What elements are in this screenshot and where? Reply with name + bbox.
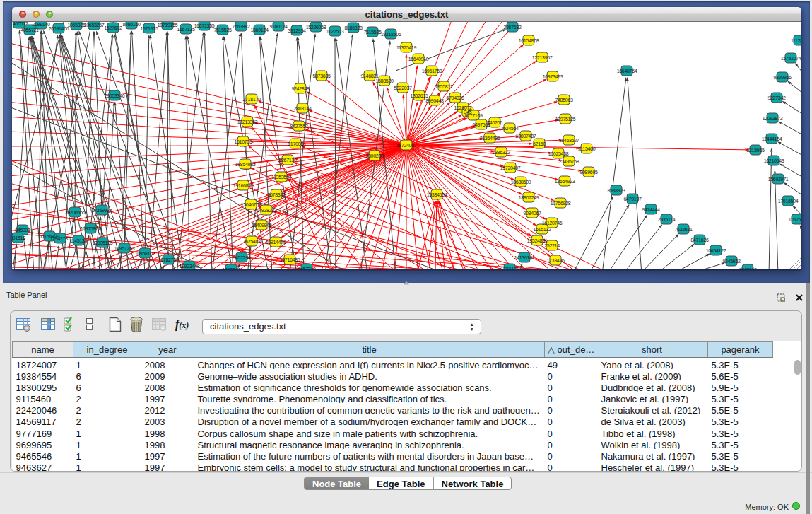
svg-text:2935114: 2935114 (658, 217, 676, 222)
svg-text:16782759: 16782759 (158, 257, 179, 262)
svg-text:5873685: 5873685 (312, 74, 331, 78)
svg-text:7515525: 7515525 (213, 28, 232, 33)
svg-text:8186328: 8186328 (344, 25, 363, 30)
svg-text:62160: 62160 (533, 141, 546, 146)
svg-text:15409948: 15409948 (252, 223, 272, 228)
svg-text:391513: 391513 (12, 235, 25, 240)
svg-text:16154808: 16154808 (519, 38, 539, 43)
svg-text:252214: 252214 (544, 243, 560, 248)
svg-text:17016504: 17016504 (778, 199, 799, 204)
svg-text:7625402: 7625402 (242, 239, 261, 244)
svg-text:14136141: 14136141 (514, 255, 535, 260)
svg-text:20206556: 20206556 (65, 210, 86, 215)
svg-text:1127503: 1127503 (326, 29, 344, 34)
svg-text:4055721: 4055721 (20, 28, 39, 33)
svg-text:16914479: 16914479 (266, 240, 286, 245)
svg-text:8215955: 8215955 (746, 148, 765, 153)
svg-text:12444154: 12444154 (762, 136, 782, 141)
svg-text:6479197: 6479197 (623, 197, 642, 201)
svg-text:7663882: 7663882 (232, 24, 250, 29)
svg-text:15751074: 15751074 (781, 56, 801, 61)
svg-text:2718170: 2718170 (242, 97, 261, 102)
svg-text:12654923: 12654923 (555, 179, 575, 184)
svg-text:1145139: 1145139 (70, 238, 88, 243)
svg-text:10688609: 10688609 (511, 180, 531, 185)
svg-text:10973493: 10973493 (543, 74, 563, 79)
svg-text:15226058: 15226058 (306, 25, 326, 30)
svg-text:17957253: 17957253 (114, 246, 135, 251)
svg-text:1615132: 1615132 (533, 227, 551, 232)
svg-text:1167534: 1167534 (789, 217, 801, 222)
svg-text:10756928: 10756928 (551, 201, 571, 206)
svg-text:7515525: 7515525 (363, 30, 382, 35)
svg-text:817006: 817006 (288, 141, 303, 146)
svg-text:5322037: 5322037 (394, 86, 412, 90)
svg-text:7632621: 7632621 (674, 227, 693, 232)
svg-text:20091406: 20091406 (49, 26, 69, 31)
svg-text:12905135: 12905135 (93, 240, 113, 245)
svg-text:1071915: 1071915 (140, 26, 158, 31)
svg-text:10958107: 10958107 (135, 251, 155, 256)
svg-text:19854985: 19854985 (235, 162, 256, 167)
svg-text:2987682: 2987682 (503, 25, 522, 30)
svg-text:10975867: 10975867 (81, 226, 101, 231)
svg-text:9457291: 9457291 (233, 255, 251, 260)
svg-text:12213967: 12213967 (532, 55, 553, 60)
svg-text:18463627: 18463627 (559, 138, 579, 143)
svg-text:6794028: 6794028 (446, 95, 464, 100)
svg-text:1362615: 1362615 (410, 93, 428, 98)
svg-text:16961758: 16961758 (422, 69, 442, 74)
svg-text:9160124: 9160124 (269, 24, 288, 29)
svg-text:7955812: 7955812 (435, 84, 453, 89)
svg-text:12093873: 12093873 (763, 116, 783, 121)
svg-text:16648764: 16648764 (617, 69, 637, 74)
svg-text:1405572: 1405572 (12, 22, 28, 26)
svg-text:29053346: 29053346 (105, 93, 125, 98)
svg-text:10654122: 10654122 (706, 248, 726, 253)
svg-text:15716485: 15716485 (280, 257, 300, 262)
svg-text:3267130: 3267130 (278, 158, 297, 163)
svg-text:12213352: 12213352 (237, 119, 258, 124)
svg-text:15692971: 15692971 (768, 177, 789, 182)
svg-text:746266: 746266 (487, 120, 502, 125)
svg-text:7386322: 7386322 (492, 150, 510, 155)
svg-text:2099140: 2099140 (32, 22, 50, 27)
svg-text:18724007: 18724007 (396, 143, 417, 148)
svg-text:9084067: 9084067 (523, 211, 541, 216)
svg-text:1733426: 1733426 (546, 258, 565, 263)
svg-text:15046758: 15046758 (241, 202, 261, 207)
svg-text:3678342: 3678342 (267, 192, 286, 197)
svg-text:17359934: 17359934 (92, 208, 112, 213)
svg-text:1860124: 1860124 (250, 28, 269, 33)
svg-text:1588520: 1588520 (375, 78, 394, 83)
svg-text:8990448: 8990448 (425, 98, 444, 103)
svg-text:1065326: 1065326 (67, 23, 86, 28)
svg-text:1733426: 1733426 (500, 267, 519, 270)
svg-text:12975125: 12975125 (555, 117, 576, 122)
svg-text:18807249: 18807249 (519, 195, 539, 200)
svg-text:9115460: 9115460 (578, 146, 596, 151)
svg-text:9457212: 9457212 (298, 267, 316, 270)
svg-text:9146821: 9146821 (360, 74, 379, 78)
svg-text:9089695: 9089695 (579, 170, 598, 175)
svg-text:12923448: 12923448 (180, 264, 200, 269)
svg-text:13524851: 13524851 (527, 238, 548, 243)
svg-text:10719155: 10719155 (158, 23, 178, 28)
svg-text:11353594: 11353594 (271, 175, 292, 180)
svg-text:9245652: 9245652 (722, 259, 741, 264)
svg-text:1610755: 1610755 (234, 139, 252, 144)
svg-text:1292344: 1292344 (222, 267, 240, 270)
svg-text:8427552: 8427552 (290, 124, 308, 129)
svg-text:845001: 845001 (15, 228, 30, 233)
svg-text:16120746: 16120746 (542, 221, 563, 226)
svg-text:8938923: 8938923 (607, 188, 625, 193)
svg-text:10025438: 10025438 (548, 151, 569, 156)
svg-text:9242848: 9242848 (291, 86, 310, 91)
svg-text:9777169: 9777169 (464, 113, 483, 118)
svg-text:1112854: 1112854 (791, 38, 801, 43)
svg-text:10653267: 10653267 (84, 23, 105, 28)
svg-text:2803144: 2803144 (293, 106, 312, 111)
svg-text:19384554: 19384554 (427, 192, 447, 197)
svg-text:8471626: 8471626 (690, 238, 709, 243)
svg-text:8466160: 8466160 (122, 22, 141, 27)
